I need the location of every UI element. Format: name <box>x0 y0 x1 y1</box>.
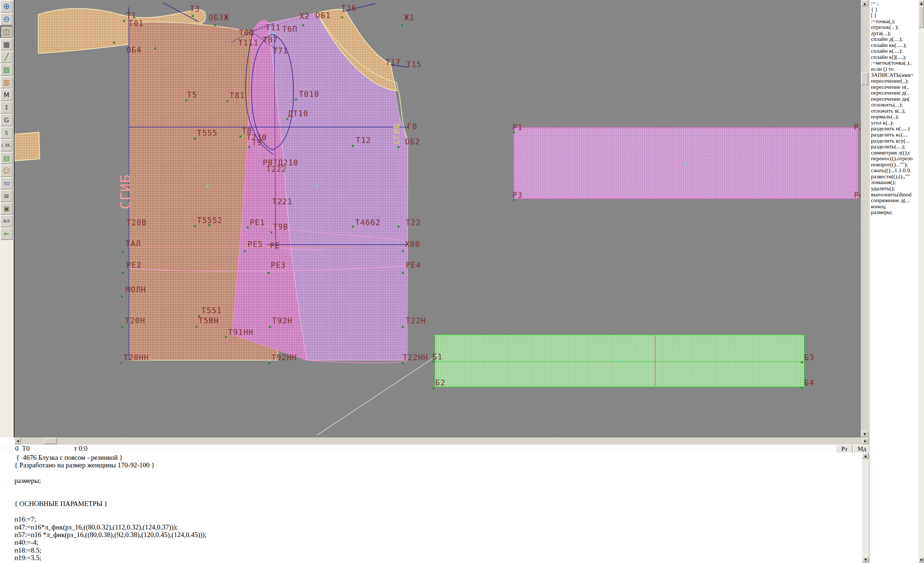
layout-map-button[interactable]: ▧ <box>0 63 13 76</box>
point-marker[interactable] <box>196 326 197 328</box>
point-marker[interactable] <box>401 24 403 26</box>
command-item[interactable]: разделить н(.....) <box>871 126 918 132</box>
point-marker[interactable] <box>271 232 273 234</box>
zoom-in-button[interactable]: ⊕ <box>0 0 13 13</box>
point-marker[interactable] <box>247 227 249 228</box>
command-item[interactable]: ЗАПИСАТЬ(имя= <box>871 72 918 78</box>
text-list-button[interactable]: ≡ <box>0 190 13 202</box>
command-item[interactable]: симметрия л((),с <box>871 150 918 156</box>
point-marker[interactable] <box>402 326 404 328</box>
command-item[interactable]: сплайн д(....); <box>871 36 918 42</box>
point-marker[interactable] <box>268 362 270 364</box>
command-item[interactable]: развести((),().,"" <box>871 174 918 180</box>
command-item[interactable]: { } <box>871 6 918 13</box>
editor-scrollbar[interactable]: ▲ ▼ <box>862 452 869 563</box>
command-item[interactable]: ломаная(); <box>871 180 918 186</box>
point-marker[interactable] <box>295 99 297 101</box>
point-marker[interactable] <box>402 272 404 274</box>
point-marker[interactable] <box>303 24 304 26</box>
point-marker[interactable] <box>186 100 188 102</box>
i66-button[interactable]: i_66. <box>0 139 13 151</box>
marker-tools-button[interactable]: ↕ <box>0 102 13 114</box>
point-marker[interactable] <box>402 250 404 252</box>
command-item[interactable]: размеры; <box>871 209 918 216</box>
point-marker[interactable] <box>352 226 354 228</box>
alg-button[interactable]: ALG <box>0 215 13 228</box>
command-item[interactable]: конец; <box>871 204 918 210</box>
point-marker[interactable] <box>398 147 399 148</box>
pattern-drawing[interactable]: Т1Т01Т3ОБ3ЖХ2ОБ1Т16Ж1ОБ4Т11Т6ПТ0ШТ111Т07… <box>14 0 861 437</box>
point-marker[interactable] <box>194 138 196 140</box>
point-marker[interactable] <box>286 118 288 120</box>
command-item[interactable]: := ; <box>871 0 918 6</box>
point-marker[interactable] <box>801 362 803 364</box>
point-marker[interactable] <box>342 16 343 18</box>
point-marker[interactable] <box>120 362 122 364</box>
md-button[interactable]: Мд <box>853 445 871 453</box>
command-item[interactable]: сжать(()..,1.1.0.9. <box>871 168 918 174</box>
grazia-g-button[interactable]: G <box>0 114 13 126</box>
model-photo-button[interactable]: ☺ <box>0 165 13 177</box>
size-table-button[interactable]: ▤ <box>0 152 13 164</box>
editor-scroll-down-icon[interactable]: ▼ <box>862 557 869 563</box>
point-marker[interactable] <box>226 100 228 102</box>
point-marker[interactable] <box>268 272 270 274</box>
command-item[interactable]: поворот(()...""); <box>871 162 918 168</box>
command-item[interactable]: отложить(...); <box>871 102 918 108</box>
pattern-preview-button[interactable]: ◫ <box>0 25 13 38</box>
code-editor[interactable]: { 4676 Блузка с поясом - резинкой }{ Раз… <box>0 452 862 563</box>
pattern-m-button[interactable]: M <box>0 89 13 101</box>
command-item[interactable]: сплайн к(....); <box>871 48 918 54</box>
canvas-horizontal-scrollbar[interactable]: ◀ ▶ <box>14 437 869 445</box>
command-item[interactable]: выполнить(dmod <box>871 192 918 198</box>
command-item[interactable]: сопряжение д(... <box>871 198 918 204</box>
point-marker[interactable] <box>225 336 227 338</box>
point-marker[interactable] <box>316 186 318 187</box>
command-item[interactable]: отложить в(..); <box>871 108 918 114</box>
command-item[interactable]: разделить кс(.... <box>871 132 918 138</box>
sidebar-scroll-thumb[interactable] <box>919 6 924 28</box>
point-marker[interactable] <box>402 362 404 364</box>
command-item[interactable]: [ ] <box>871 12 918 18</box>
point-marker[interactable] <box>194 225 196 227</box>
pattern-canvas[interactable]: Т1Т01Т3ОБ3ЖХ2ОБ1Т16Ж1ОБ4Т11Т6ПТ0ШТ111Т07… <box>14 0 861 438</box>
command-item[interactable]: пересечение дн( <box>871 96 918 102</box>
point-marker[interactable] <box>123 20 125 22</box>
command-item[interactable]: нормаль(..); <box>871 114 918 120</box>
view-3d-button[interactable]: 3D <box>0 177 13 189</box>
point-marker[interactable] <box>121 296 123 298</box>
point-marker[interactable] <box>122 251 124 253</box>
point-marker[interactable] <box>121 326 123 328</box>
rz-button[interactable]: Рз <box>836 445 852 453</box>
canvas-vertical-scrollbar[interactable]: ▲ ▼ <box>861 0 869 437</box>
command-item[interactable]: если () то <box>871 66 918 72</box>
command-item[interactable]: удалить(); <box>871 186 918 192</box>
command-item[interactable]: пересечение(..); <box>871 78 918 84</box>
point-marker[interactable] <box>154 48 156 49</box>
point-marker[interactable] <box>363 78 364 79</box>
command-item[interactable]: пересечение д(.. <box>871 90 918 96</box>
scroll-left-icon[interactable]: ◀ <box>14 438 21 444</box>
command-item[interactable]: :=точка(,); <box>871 18 918 24</box>
point-marker[interactable] <box>113 42 115 44</box>
command-item[interactable]: отрезок( , ); <box>871 24 918 30</box>
command-item[interactable]: перенос((),отрезо <box>871 156 918 162</box>
point-marker[interactable] <box>273 33 274 34</box>
command-item[interactable]: :=метка(точка(.).. <box>871 60 918 66</box>
archive-button[interactable]: ▣ <box>0 202 13 215</box>
point-marker[interactable] <box>398 226 399 228</box>
cost-ruler-button[interactable]: $ <box>0 127 13 139</box>
point-marker[interactable] <box>685 163 687 165</box>
grid-button[interactable]: ▦ <box>0 38 13 51</box>
measure-segment-button[interactable]: ╱ <box>0 51 13 63</box>
point-marker[interactable] <box>207 186 208 187</box>
point-marker[interactable] <box>248 147 250 148</box>
scroll-down-icon[interactable]: ▼ <box>861 431 868 437</box>
command-item[interactable]: дуга(...); <box>871 30 918 36</box>
point-marker[interactable] <box>620 361 621 363</box>
command-item[interactable]: угол к(..); <box>871 120 918 126</box>
left-edge-piece[interactable] <box>14 132 40 161</box>
sidebar-scrollbar[interactable]: ▲ ▼ <box>918 0 924 563</box>
scroll-right-icon[interactable]: ▶ <box>862 438 869 444</box>
point-marker[interactable] <box>214 24 216 26</box>
